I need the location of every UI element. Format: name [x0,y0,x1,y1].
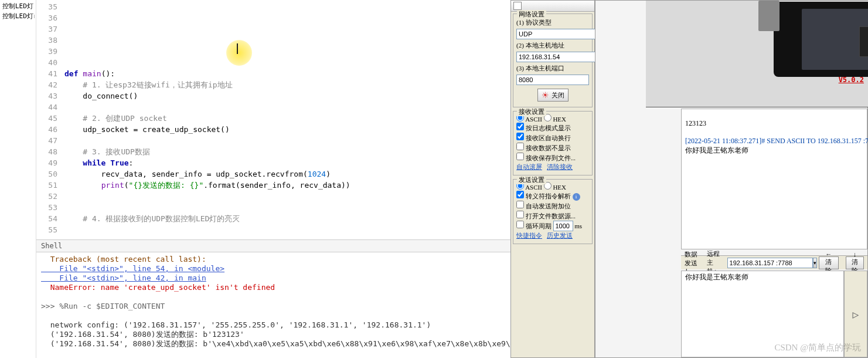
help-icon[interactable]: i [573,193,580,201]
shortcut-link[interactable]: 快捷指令 [516,231,542,240]
open-file-checkbox[interactable] [516,211,524,218]
recv-settings-group: 接收设置 ASCII HEX 按日志模式显示 接收区自动换行 接收数据不显示 接… [513,111,593,175]
host-label: (2) 本地主机地址 [516,41,589,50]
chevron-down-icon[interactable]: ▾ [813,258,817,268]
play-icon[interactable]: ▷ [845,271,867,357]
port-label: (3) 本地主机端口 [516,64,589,73]
camera-preview [646,1,868,107]
network-settings-group: 网络设置 (1) 协议类型 ▾ (2) 本地主机地址 ▾ (3) 本地主机端口 … [513,13,593,107]
send-settings-group: 发送设置 ASCII HEX 转义符指令解析 i 自动发送附加位 打开文件数据源… [513,179,593,244]
clear-recv-link[interactable]: 清除接收 [547,163,573,171]
version-label: V5.0.2 [839,76,864,84]
escape-checkbox[interactable] [516,191,524,198]
text-caret [237,43,238,54]
remote-host-input[interactable] [727,258,813,268]
send-button-area[interactable]: ▷ [844,271,867,357]
shell-output[interactable]: Traceback (most recent call last): File … [36,252,510,358]
send-bar: 数据发送 | 远程主机: ▾ ← 清除 ↓ 清除 [681,255,867,269]
host-combo[interactable]: ▾ [516,52,589,62]
shell-tab[interactable]: Shell [36,239,510,252]
save-file-checkbox[interactable] [516,153,524,160]
close-button[interactable]: ☀关闭 [537,89,569,102]
protocol-input[interactable] [516,29,602,39]
port-input[interactable] [516,75,589,85]
esp32-board [774,2,868,77]
clear-left-button[interactable]: ← 清除 [819,256,839,269]
send-textarea[interactable]: 你好我是王铭东老师 [681,271,844,357]
host-input[interactable] [516,52,602,62]
cycle-ms-input[interactable] [553,221,573,231]
log-mode-checkbox[interactable] [516,123,524,130]
cycle-checkbox[interactable] [516,221,524,228]
protocol-combo[interactable]: ▾ [516,29,589,39]
project-tree[interactable]: 控制LED灯. 控制LED灯r [0,0,36,358]
clear-down-button[interactable]: ↓ 清除 [846,256,864,269]
code-editor[interactable]: 3536373839404142434445464748495051525354… [36,0,510,239]
sun-icon: ☀ [542,90,549,100]
history-link[interactable]: 历史发送 [547,231,573,240]
autoscroll-link[interactable]: 自动滚屏 [516,163,542,171]
auto-append-checkbox[interactable] [516,201,524,208]
tree-item[interactable]: 控制LED灯r [1,11,35,21]
proto-label: (1) 协议类型 [516,18,589,27]
recv-log[interactable]: 123123 [2022-05-21 11:08:37.271]# SEND A… [681,109,867,249]
auto-wrap-checkbox[interactable] [516,133,524,140]
hide-recv-checkbox[interactable] [516,143,524,150]
tree-item[interactable]: 控制LED灯. [1,1,35,11]
remote-host-combo[interactable]: ▾ [727,258,815,268]
